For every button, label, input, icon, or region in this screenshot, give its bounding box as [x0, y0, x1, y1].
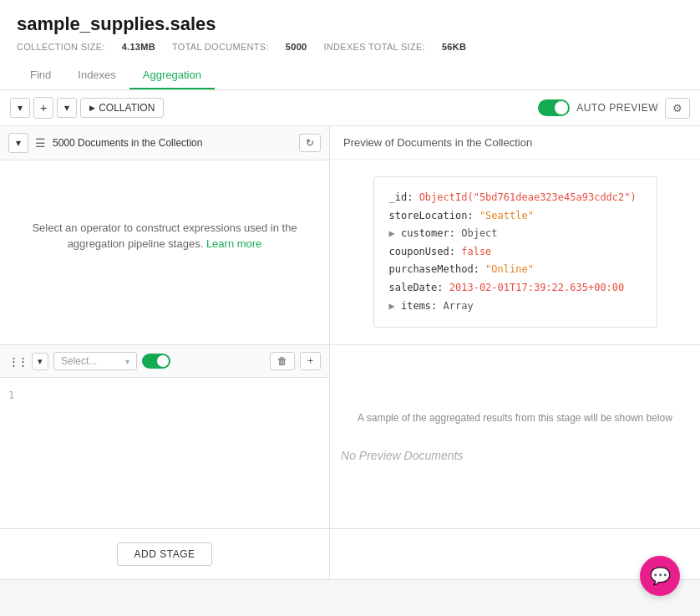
page-header: sample_supplies.sales COLLECTION SIZE: 4…: [0, 0, 700, 90]
stage-row: Select... ▾ 🗑 + 1 A sample of the aggreg…: [0, 345, 700, 529]
collation-arrow-icon: ▶: [89, 104, 95, 112]
trash-icon: 🗑: [277, 355, 287, 367]
docs-icon: ☰: [35, 136, 46, 150]
preview-header: Preview of Documents in the Collection: [330, 126, 700, 160]
doc-purchase-row: purchaseMethod: "Online": [389, 261, 642, 279]
stage-enable-toggle[interactable]: [142, 354, 170, 369]
indexes-label: INDEXES TOTAL SIZE:: [323, 42, 424, 52]
doc-purchase-value: "Online": [485, 263, 534, 275]
doc-coupon-value: false: [461, 246, 491, 257]
stage-body: 1: [0, 378, 329, 520]
collapse-btn[interactable]: [8, 133, 28, 153]
docs-count: 5000 Documents in the Collection: [53, 137, 292, 149]
document-preview: _id: ObjectId("5bd761deae323e45a93cddc2"…: [373, 176, 657, 328]
collection-title: sample_supplies.sales: [17, 13, 683, 35]
select-arrow-icon: ▾: [125, 357, 129, 366]
stage-add-field-btn[interactable]: +: [300, 352, 321, 370]
collection-size-label: COLLECTION SIZE:: [17, 42, 105, 52]
settings-btn[interactable]: [665, 98, 690, 119]
doc-customer-row: ▶ customer: Object: [389, 225, 642, 243]
chevron-down-icon-2: [64, 102, 69, 114]
stage-result-label: A sample of the aggregated results from …: [341, 412, 689, 449]
stage-operator-select[interactable]: Select... ▾: [53, 352, 137, 370]
stage-left-panel: Select... ▾ 🗑 + 1: [0, 345, 330, 528]
doc-coupon-row: couponUsed: false: [389, 243, 642, 262]
doc-items-row: ▶ items: Array: [389, 298, 642, 316]
doc-purchase-key: purchaseMethod:: [389, 263, 479, 275]
collection-preview-panel: Preview of Documents in the Collection _…: [330, 126, 700, 344]
add-stage-button[interactable]: ADD STAGE: [117, 542, 213, 566]
doc-id-key: _id:: [389, 191, 413, 203]
refresh-icon: [306, 137, 314, 149]
doc-id-value: ObjectId("5bd761deae323e45a93cddc2"): [419, 191, 637, 203]
add-stage-row: ADD STAGE: [0, 529, 700, 580]
tab-indexes[interactable]: Indexes: [64, 62, 129, 89]
collation-btn[interactable]: ▶ COLLATION: [80, 98, 164, 118]
doc-items-value: Array: [444, 300, 474, 312]
expand-customer-icon[interactable]: ▶: [389, 227, 401, 239]
doc-id-row: _id: ObjectId("5bd761deae323e45a93cddc2"…: [389, 189, 642, 207]
doc-store-row: storeLocation: "Seattle": [389, 207, 642, 226]
collection-preview-row: ☰ 5000 Documents in the Collection Selec…: [0, 126, 700, 345]
refresh-btn[interactable]: [299, 134, 321, 152]
collection-size-value: 4.13MB: [122, 42, 155, 52]
auto-preview-area: AUTO PREVIEW: [538, 98, 690, 119]
chat-icon: 💬: [650, 566, 671, 586]
learn-more-link[interactable]: Learn more: [206, 237, 261, 250]
stage-collapse-btn[interactable]: [32, 353, 48, 370]
main-content: ☰ 5000 Documents in the Collection Selec…: [0, 126, 700, 580]
tabs: Find Indexes Aggregation: [17, 62, 683, 89]
stage-right-panel: A sample of the aggregated results from …: [330, 345, 700, 528]
total-docs-label: TOTAL DOCUMENTS:: [172, 42, 269, 52]
doc-sale-row: saleDate: 2013-02-01T17:39:22.635+00:00: [389, 279, 642, 298]
doc-customer-value: Object: [461, 227, 497, 239]
chat-button[interactable]: 💬: [640, 556, 680, 596]
doc-items-key: items:: [401, 300, 437, 312]
line-number: 1: [8, 386, 321, 405]
tab-aggregation[interactable]: Aggregation: [129, 62, 215, 89]
pipeline-instruction: Select an operator to construct expressi…: [0, 160, 329, 311]
doc-coupon-key: couponUsed:: [389, 246, 455, 257]
add-stage-left: ADD STAGE: [0, 529, 330, 579]
chevron-down-icon-4: [38, 356, 43, 366]
stage-header: Select... ▾ 🗑 +: [0, 345, 329, 378]
doc-store-value: "Seattle": [479, 210, 534, 221]
collection-header: ☰ 5000 Documents in the Collection: [0, 126, 329, 160]
chevron-down-icon-3: [16, 137, 21, 149]
auto-preview-toggle[interactable]: [538, 99, 570, 116]
expand-items-icon[interactable]: ▶: [389, 300, 401, 312]
stage-delete-btn[interactable]: 🗑: [270, 352, 295, 370]
drag-handle-icon[interactable]: [8, 355, 27, 368]
auto-preview-label: AUTO PREVIEW: [576, 102, 658, 114]
more-options-btn[interactable]: [57, 98, 77, 118]
total-docs-value: 5000: [286, 42, 307, 52]
settings-icon: [672, 102, 682, 115]
no-preview-label: No Preview Documents: [341, 449, 689, 462]
collection-left-panel: ☰ 5000 Documents in the Collection Selec…: [0, 126, 330, 344]
aggregation-toolbar: + ▶ COLLATION AUTO PREVIEW: [0, 90, 700, 126]
doc-customer-key: customer:: [401, 227, 455, 239]
stage-dropdown-btn[interactable]: [10, 98, 30, 118]
doc-sale-value: 2013-02-01T17:39:22.635+00:00: [449, 282, 625, 293]
tab-find[interactable]: Find: [17, 62, 64, 89]
select-placeholder: Select...: [61, 355, 97, 367]
chevron-down-icon: [18, 102, 23, 114]
doc-store-key: storeLocation:: [389, 210, 474, 221]
indexes-value: 56KB: [442, 42, 466, 52]
doc-sale-key: saleDate:: [389, 282, 444, 293]
collation-label: COLLATION: [99, 102, 155, 114]
stats-row: COLLECTION SIZE: 4.13MB TOTAL DOCUMENTS:…: [17, 42, 683, 52]
add-stage-icon-btn[interactable]: +: [33, 97, 53, 119]
